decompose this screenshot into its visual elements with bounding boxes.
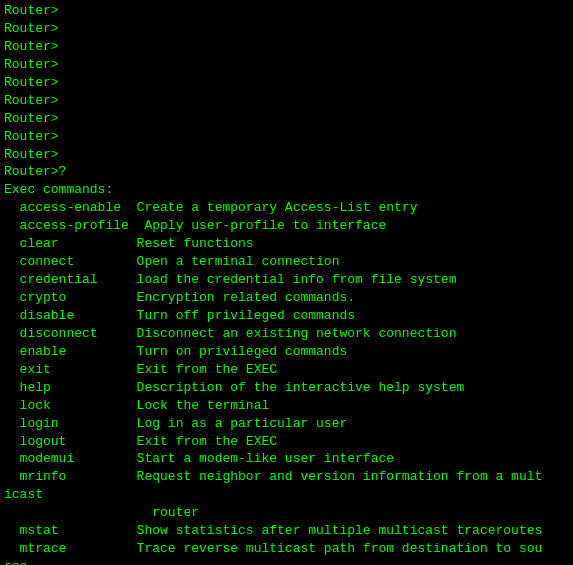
list-item: Router> bbox=[4, 21, 59, 36]
list-item: login Log in as a particular user bbox=[4, 416, 347, 431]
list-item: disconnect Disconnect an existing networ… bbox=[4, 326, 456, 341]
list-item: clear Reset functions bbox=[4, 236, 254, 251]
list-item: router bbox=[4, 505, 199, 520]
list-item: Router> bbox=[4, 3, 59, 18]
list-item: crypto Encryption related commands. bbox=[4, 290, 355, 305]
list-item: access-profile Apply user-profile to int… bbox=[4, 218, 386, 233]
list-item: Router> bbox=[4, 93, 59, 108]
list-item: Router> bbox=[4, 57, 59, 72]
list-item: help Description of the interactive help… bbox=[4, 380, 464, 395]
list-item: Router> bbox=[4, 75, 59, 90]
list-item: enable Turn on privileged commands bbox=[4, 344, 347, 359]
list-item: access-enable Create a temporary Access-… bbox=[4, 200, 417, 215]
list-item: mrinfo Request neighbor and version info… bbox=[4, 469, 542, 484]
list-item: modemui Start a modem-like user interfac… bbox=[4, 451, 394, 466]
list-item: Router> bbox=[4, 111, 59, 126]
list-item: credential load the credential info from… bbox=[4, 272, 456, 287]
list-item: Exec commands: bbox=[4, 182, 113, 197]
list-item: rce bbox=[4, 559, 27, 565]
list-item: Router> bbox=[4, 39, 59, 54]
list-item: connect Open a terminal connection bbox=[4, 254, 339, 269]
list-item: Router> bbox=[4, 129, 59, 144]
list-item: Router> bbox=[4, 147, 59, 162]
list-item: lock Lock the terminal bbox=[4, 398, 269, 413]
list-item: Router>? bbox=[4, 164, 66, 179]
list-item: disable Turn off privileged commands bbox=[4, 308, 355, 323]
list-item: mstat Show statistics after multiple mul… bbox=[4, 523, 542, 538]
list-item: logout Exit from the EXEC bbox=[4, 434, 277, 449]
list-item: mtrace Trace reverse multicast path from… bbox=[4, 541, 542, 556]
list-item: exit Exit from the EXEC bbox=[4, 362, 277, 377]
list-item: icast bbox=[4, 487, 43, 502]
terminal-window: Router> Router> Router> Router> Router> … bbox=[0, 0, 573, 565]
